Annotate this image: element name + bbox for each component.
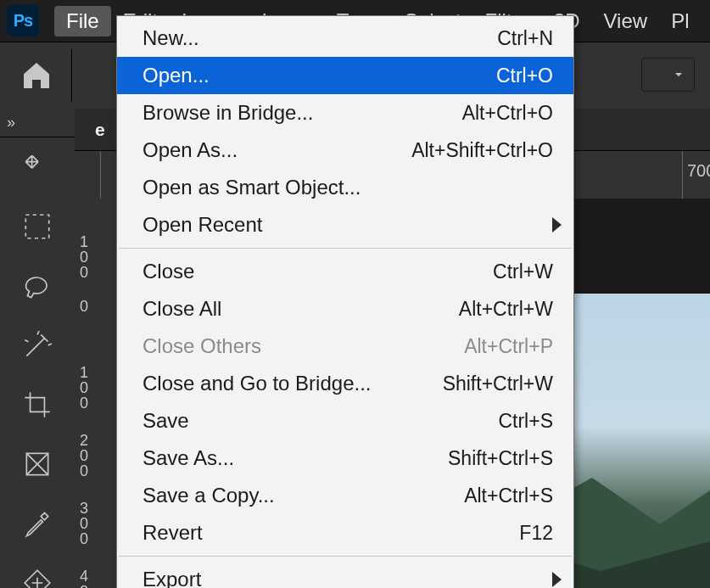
menu-item-label: Save [143,409,498,433]
menu-item-shortcut: Ctrl+W [493,260,553,283]
marquee-icon [21,210,53,243]
menu-item-shortcut: Alt+Ctrl+S [464,484,553,507]
menu-item-save[interactable]: SaveCtrl+S [117,402,573,440]
heal-icon [21,567,53,588]
menu-item-open-recent[interactable]: Open Recent [117,206,573,244]
eyedropper-icon [21,507,53,540]
ruler-h-tick [100,151,101,199]
toolbar [0,137,75,588]
tool-heal[interactable] [0,553,75,588]
menu-item-shortcut: Alt+Shift+Ctrl+O [411,139,553,162]
tool-marquee[interactable] [0,197,75,256]
menu-item-revert[interactable]: RevertF12 [117,514,573,552]
menu-item-open-as[interactable]: Open As...Alt+Shift+Ctrl+O [117,132,573,169]
menu-item-shortcut: Shift+Ctrl+W [443,372,553,395]
menu-item-shortcut: Alt+Ctrl+W [459,298,553,321]
tool-move[interactable] [0,137,75,197]
ruler-vertical: 1 0 001 0 02 0 03 0 04 0 [75,199,118,588]
ruler-v-label: 4 0 [80,568,88,588]
menu-item-label: Close and Go to Bridge... [143,372,443,395]
file-menu: New...Ctrl+NOpen...Ctrl+OBrowse in Bridg… [116,15,574,588]
menu-item-shortcut: Ctrl+O [496,64,553,87]
menu-item-label: Save a Copy... [143,484,464,507]
svg-rect-0 [25,215,48,238]
menu-item-shortcut: Shift+Ctrl+S [448,447,553,470]
move-icon [21,151,53,183]
ruler-v-label: 1 0 0 [80,365,88,411]
menu-item-browse-in-bridge[interactable]: Browse in Bridge...Alt+Ctrl+O [117,94,573,132]
menu-item-label: Open As... [143,138,411,162]
menu-item-label: Revert [143,521,519,545]
submenu-arrow-icon [552,572,562,587]
chevron-down-icon [672,68,685,81]
menu-item-close-and-go-to-bridge[interactable]: Close and Go to Bridge...Shift+Ctrl+W [117,365,573,402]
options-separator [71,49,72,102]
menu-item-label: Close All [143,297,459,321]
menu-item-label: Save As... [143,446,448,470]
menubar-item-pl[interactable]: Pl [659,6,701,36]
ruler-v-label: 3 0 0 [80,501,88,546]
menu-item-close-others: Close OthersAlt+Ctrl+P [117,328,573,365]
app-logo[interactable]: Ps [7,5,39,36]
tool-eyedropper[interactable] [0,494,75,553]
frame-icon [21,448,53,480]
tool-frame[interactable] [0,434,75,494]
lasso-icon [21,270,53,302]
ruler-h-tick [682,151,683,199]
home-button[interactable] [15,57,58,94]
options-dropdown[interactable] [641,58,695,92]
ruler-v-label: 1 0 0 [80,234,88,280]
menu-item-shortcut: Alt+Ctrl+P [464,335,553,358]
menu-separator [119,248,572,249]
menu-item-new[interactable]: New...Ctrl+N [117,20,573,57]
tool-lasso[interactable] [0,256,75,316]
app-logo-text: Ps [14,11,32,31]
toolbar-expand-label: » [7,114,15,132]
menu-item-label: Close Others [143,334,464,358]
menu-item-label: New... [143,26,497,50]
submenu-arrow-icon [552,217,562,232]
menu-item-save-a-copy[interactable]: Save a Copy...Alt+Ctrl+S [117,477,573,514]
menu-item-label: Export [143,568,553,588]
menu-item-label: Close [143,260,493,283]
home-icon [20,59,53,92]
wand-icon [21,329,53,361]
menu-item-label: Open... [143,64,496,87]
ruler-h-label: 700 [687,161,710,181]
ruler-v-label: 2 0 0 [80,433,88,479]
menu-separator [119,556,572,557]
menubar-item-view[interactable]: View [592,6,660,36]
menu-item-label: Open as Smart Object... [143,176,553,199]
menu-item-export[interactable]: Export [117,561,573,588]
tool-wand[interactable] [0,316,75,375]
toolbar-expand[interactable]: » [0,109,76,137]
ruler-v-label: 0 [80,299,88,314]
crop-icon [21,389,53,421]
menu-item-shortcut: Alt+Ctrl+O [462,102,553,125]
menu-item-shortcut: Ctrl+N [497,27,553,50]
tool-crop[interactable] [0,375,75,434]
menu-item-open[interactable]: Open...Ctrl+O [117,57,573,94]
menu-item-shortcut: Ctrl+S [498,410,553,433]
menu-item-shortcut: F12 [519,522,553,545]
document-tab-label: e [95,120,105,140]
menubar-item-file[interactable]: File [54,6,111,36]
menu-item-open-as-smart-object[interactable]: Open as Smart Object... [117,169,573,206]
menu-item-label: Open Recent [143,213,553,237]
menu-item-label: Browse in Bridge... [143,101,462,125]
menu-item-close-all[interactable]: Close AllAlt+Ctrl+W [117,290,573,328]
menu-item-save-as[interactable]: Save As...Shift+Ctrl+S [117,440,573,477]
menu-item-close[interactable]: CloseCtrl+W [117,253,573,290]
